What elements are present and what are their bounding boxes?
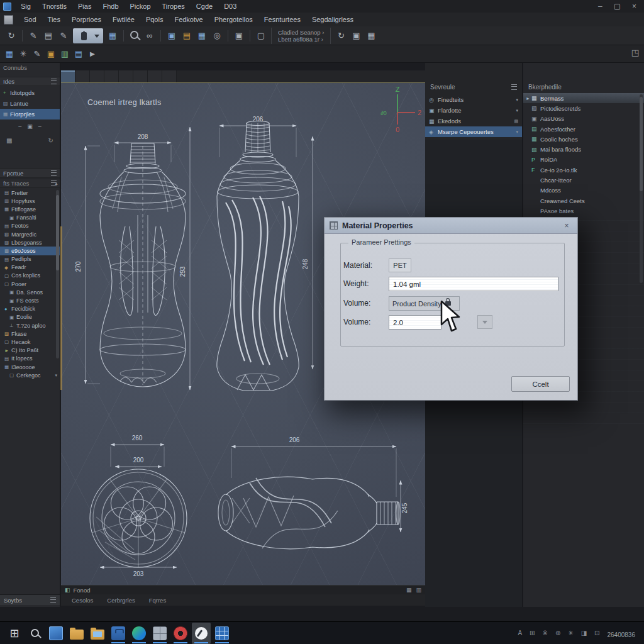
layer-list-icon[interactable]: ▤ [41,28,56,43]
active-design-app-button[interactable] [192,623,211,644]
view-grid-icon[interactable]: ▦ [3,47,16,61]
grid-toggle-icon[interactable]: ▦ [406,587,412,593]
explorer-item[interactable]: Chcar-itteor [523,175,644,185]
separator[interactable] [228,30,228,42]
explorer-item[interactable]: ▤ Aobesfocther [523,124,644,134]
orbit-icon[interactable]: ↻ [4,28,19,43]
frame-icon[interactable]: ▤ [179,28,194,43]
dialog-title-bar[interactable]: Material Properties × [325,218,577,234]
explorer-item[interactable]: F Ce-io 2o-io.tlk [523,165,644,175]
menu-item[interactable]: Ties [42,13,66,26]
scroll-up-icon[interactable]: ▲ [54,181,58,186]
viewport-tab[interactable] [162,70,177,82]
outline-item[interactable]: ▦ Ekedods ▤ [425,116,522,126]
tree-item[interactable]: ► C) Ito Pa6t [0,347,60,355]
link-icon[interactable]: ∞ [142,28,157,43]
viewport-tab[interactable] [119,70,133,82]
blank-tool-icon[interactable]: ▢ [253,28,269,43]
tree-item[interactable]: ▩ e9oJosos [0,247,60,255]
explorer-item[interactable]: PAsoe bates [523,206,644,216]
menu-item[interactable]: Pqols [140,13,169,26]
sidebar-item[interactable]: ▤ Lantue [0,98,60,109]
separator[interactable] [123,30,124,42]
volume-input[interactable]: 2.0 [389,315,441,330]
pen-icon[interactable]: ✎ [26,28,41,43]
tree-item[interactable]: ▦ Ftiflogase [0,205,60,213]
separator[interactable] [250,30,250,42]
section-icon[interactable]: ▣ [44,47,58,61]
play-icon[interactable]: ► [86,47,99,61]
explorer-item[interactable]: Creawned Ceets [523,196,644,206]
folder-files-button[interactable] [88,623,107,644]
sidebar-panel2-header[interactable]: Fpcrtue [0,169,60,178]
weight-input[interactable]: 1.04 gml [389,277,558,291]
sidebar-traces-row[interactable]: fts Traces [0,179,60,188]
outline-panel-header[interactable]: Sevreule [425,82,522,92]
preset-dropdown[interactable]: Cladied Seanop › Lbett a6fl08a 1r › [271,28,331,44]
strip-icon[interactable]: ▩ [6,137,12,144]
zoom-icon[interactable] [127,28,142,43]
sketch-icon[interactable]: ✎ [30,47,44,61]
separator[interactable] [22,30,23,42]
menu-item[interactable]: Porprioes [66,13,107,26]
menu-item[interactable]: Segdaligrless [306,13,359,26]
menu-item[interactable]: Cgde [191,0,218,13]
bottom-tab[interactable]: Fqrres [143,597,172,604]
hamburger-icon[interactable] [51,79,57,84]
tree-item[interactable]: ▢ Hecaok [0,338,60,346]
nodes-icon[interactable]: ▦ [194,28,209,43]
explorer-item[interactable]: ▣ AasUoss [523,114,644,124]
tray-icon[interactable]: ⊡ [594,630,599,636]
viewport-tab[interactable] [75,70,90,82]
dialog-close-button[interactable]: × [561,221,572,231]
hamburger-icon[interactable] [50,597,56,603]
align-icon[interactable]: ▤ [72,47,86,61]
menu-item[interactable]: Fhdb [97,0,124,13]
tree-item[interactable]: ▢ Cos koplics [0,272,60,280]
tray-icon[interactable]: ◨ [581,630,587,636]
menu-item[interactable]: Fwtilée [107,13,140,26]
sidebar-bottom-bar[interactable]: Soytbs [0,594,60,605]
viewport-tab[interactable] [148,70,162,82]
refresh-icon[interactable]: ↻ [333,28,348,43]
tray-icon[interactable]: ※ [542,630,547,636]
briefcase-app-button[interactable] [109,623,128,644]
tree-item[interactable]: ▣ Da. Senos [0,288,60,296]
snap-icon[interactable]: ◎ [209,28,225,43]
menu-item[interactable]: D03 [218,0,242,13]
menu-item[interactable]: Phergotellos [209,13,258,26]
tray-icon[interactable]: ⊕ [555,630,560,636]
explorer-scrollbar[interactable] [640,94,643,283]
menu-item[interactable]: Fedkotve [169,13,208,26]
tree-item[interactable]: ▦ I3eooooe [0,363,60,371]
edge-browser-button[interactable] [130,623,148,644]
start-button[interactable]: ⊞ [5,623,24,644]
tray-clock[interactable]: 26400836 [608,631,636,638]
bottom-tab[interactable]: Cesolos [66,597,99,604]
material-value-chip[interactable]: PET [389,258,411,272]
strip-icon[interactable]: ▣ [27,123,33,130]
explorer-item[interactable]: ▧ Mai bara floods [523,144,644,154]
tree-item[interactable]: ▤ It lopecs [0,355,60,363]
hamburger-icon[interactable] [51,170,57,176]
tree-item[interactable]: ◆ Feadr [0,264,60,272]
sidebar-panel-header[interactable]: Ides [0,77,60,86]
tree-item[interactable]: ▢ Cerkegoc ▾ [0,371,60,379]
export-icon[interactable]: ▦ [364,28,379,43]
viewport-tab[interactable] [90,70,104,82]
menu-item[interactable]: Pias [72,0,97,13]
viewport-tab[interactable] [104,70,119,82]
menu-item[interactable]: Fesnturtees [258,13,306,26]
measure-icon[interactable]: ▥ [58,47,72,61]
separator[interactable] [160,30,161,42]
bottle-tool-dropdown[interactable] [73,28,103,43]
sidebar-item[interactable]: ▦ Fiorprjles [0,109,60,119]
menu-item[interactable]: Sod [18,13,42,26]
office-app-button[interactable] [150,623,169,644]
settings-icon[interactable]: ✳ [16,47,30,61]
outline-item[interactable]: ▣ Flardotte ▾ [425,105,522,116]
tray-icon[interactable]: ⊞ [530,630,535,636]
annotate-icon[interactable]: ✎ [56,28,71,43]
layout-toggle-icon[interactable]: ▥ [416,587,421,593]
outline-item[interactable]: ◈ Msarpe Cepeouertes ▾ [425,126,522,137]
